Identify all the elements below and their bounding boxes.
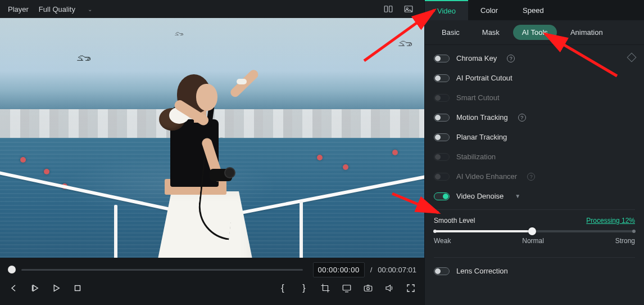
svg-rect-6 [364,286,372,291]
svg-point-7 [367,288,370,290]
mark-out-icon[interactable]: } [298,282,310,294]
camera-icon[interactable] [362,282,374,294]
tab-speed[interactable]: Speed [510,0,556,20]
progress-bar[interactable] [21,269,303,271]
bird-icon: 𐦐 [174,28,184,37]
chevron-down-icon[interactable]: ▼ [515,193,520,199]
tool-lens-correction[interactable]: Lens Correction [425,261,644,281]
inspector-main-tabs: Video Color Speed [425,0,644,20]
help-icon[interactable]: ? [518,114,526,122]
smooth-slider[interactable] [435,230,634,232]
total-time: 00:00:07:01 [378,266,416,274]
inspector-sub-tabs: Basic Mask AI Tools Animation [425,20,644,45]
player-label: Player [8,5,29,14]
toggle-chroma-key[interactable] [434,55,450,62]
toggle-video-denoise[interactable] [434,192,450,200]
stop-button[interactable] [72,282,83,294]
tool-smart-cutout: Smart Cutout [425,88,644,107]
time-separator: / [370,266,373,274]
bird-icon: 𐦐 [76,50,93,64]
tool-ai-portrait[interactable]: AI Portrait Cutout [425,68,644,88]
help-icon[interactable]: ? [507,55,515,62]
slider-handle[interactable] [528,227,536,235]
fullscreen-icon[interactable] [405,282,416,294]
svg-rect-5 [343,285,351,290]
denoise-smooth-block: Smooth Level Processing 12% Weak Normal … [425,213,644,249]
display-icon[interactable] [341,282,352,294]
prev-frame-button[interactable] [8,282,19,294]
current-time[interactable]: 00:00:00:00 [313,262,365,277]
tab-video[interactable]: Video [425,0,468,20]
tool-video-denoise[interactable]: Video Denoise ▼ [425,186,644,206]
compare-grid-icon[interactable] [383,5,394,14]
player-topbar: Player Full Quality ⌄ [0,0,424,18]
crop-icon[interactable] [320,282,331,294]
ai-tools-list: Chroma Key ? AI Portrait Cutout Smart Cu… [425,45,644,305]
svg-rect-1 [389,6,392,12]
snapshot-image-icon[interactable] [403,5,414,14]
toggle-smart-cutout [434,94,450,102]
subtab-ai-tools[interactable]: AI Tools [513,25,557,40]
tool-motion-tracking[interactable]: Motion Tracking ? [425,107,644,127]
quality-value: Full Quality [39,5,75,14]
toggle-lens-correction[interactable] [434,267,450,275]
volume-icon[interactable] [384,282,395,294]
tool-stabilization: Stabilization [425,147,644,167]
subtab-basic[interactable]: Basic [433,25,469,40]
subtab-animation[interactable]: Animation [561,25,612,40]
toggle-motion-tracking[interactable] [434,114,450,122]
toggle-stabilization [434,153,450,161]
tool-chroma-key[interactable]: Chroma Key ? [425,48,644,68]
mark-in-icon[interactable]: { [277,282,288,294]
smooth-level-label: Smooth Level [434,217,475,225]
tab-color[interactable]: Color [468,0,510,20]
slider-weak-label: Weak [434,237,451,245]
svg-rect-4 [75,286,80,291]
tool-ai-enhancer: AI Video Enhancer ? [425,167,644,186]
quality-dropdown[interactable]: Full Quality ⌄ [35,4,96,15]
svg-rect-0 [384,6,387,12]
subtab-mask[interactable]: Mask [473,25,509,40]
help-icon: ? [527,173,535,181]
player-controls: 00:00:00:00 / 00:00:07:01 [0,258,424,305]
keyframe-icon[interactable] [627,53,637,62]
slider-normal-label: Normal [522,237,544,245]
person-illustration [138,53,250,258]
chevron-down-icon: ⌄ [88,6,92,12]
play-pause-button[interactable] [29,282,40,294]
playhead-handle[interactable] [8,266,16,273]
toggle-ai-portrait[interactable] [434,74,450,82]
bird-icon: 𐦐 [398,35,414,50]
processing-status[interactable]: Processing 12% [586,217,635,225]
play-button[interactable] [51,282,62,294]
video-preview[interactable]: 𐦐 𐦐 𐦐 [0,18,424,258]
slider-strong-label: Strong [615,237,635,245]
toggle-ai-enhancer [434,173,450,181]
toggle-planar-tracking[interactable] [434,133,450,141]
tool-planar-tracking[interactable]: Planar Tracking [425,127,644,147]
